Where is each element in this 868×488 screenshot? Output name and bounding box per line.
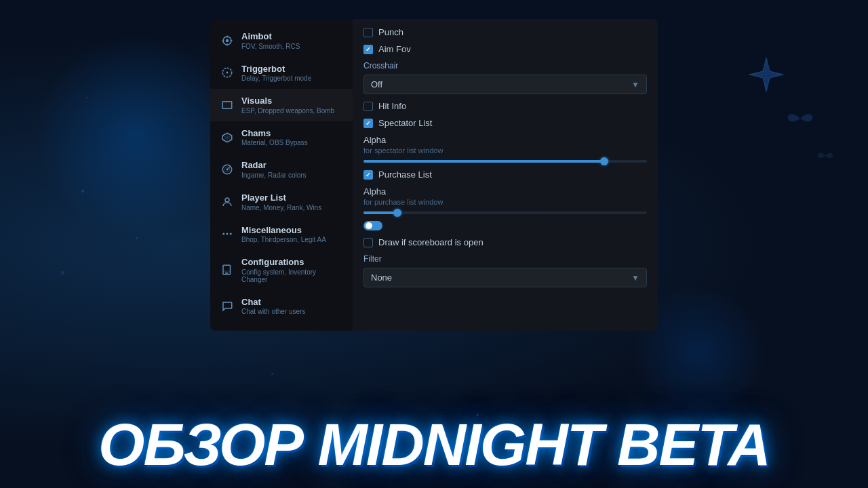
punch-checkbox[interactable] <box>363 28 373 37</box>
main-panel: Aimbot FOV, Smooth, RCS Triggerbot Delay… <box>210 19 658 331</box>
chat-text: Chat Chat with other users <box>241 297 306 316</box>
alpha-spectator-slider[interactable] <box>363 160 647 163</box>
configs-icon <box>220 262 235 277</box>
filter-dropdown-value: None <box>371 272 392 283</box>
svg-point-17 <box>226 233 229 235</box>
hitinfo-row: Hit Info <box>363 101 647 111</box>
sidebar-item-playerlist[interactable]: Player List Name, Money, Rank, Wins <box>210 186 353 218</box>
visuals-icon <box>220 98 235 113</box>
svg-point-18 <box>230 233 232 235</box>
triggerbot-label: Triggerbot <box>241 64 311 75</box>
filter-section-label: Filter <box>363 254 647 264</box>
ninja-star-decoration <box>746 54 787 95</box>
radar-label: Radar <box>241 160 307 171</box>
playerlist-sub: Name, Money, Rank, Wins <box>241 204 321 211</box>
visuals-sub: ESP, Dropped weapons, Bomb <box>241 107 334 115</box>
filter-dropdown-wrapper: None ▼ <box>363 268 647 287</box>
purchase-toggle[interactable] <box>363 221 382 230</box>
aimfov-checkbox[interactable] <box>363 45 373 54</box>
chams-sub: Material, OBS Bypass <box>241 139 308 146</box>
alpha-spectator-title: Alpha <box>363 135 647 145</box>
sidebar-item-triggerbot[interactable]: Triggerbot Delay, Triggerbot mode <box>210 57 353 89</box>
alpha-purchase-section: Alpha for purchase list window <box>363 186 647 214</box>
radar-text: Radar Ingame, Radar colors <box>241 160 307 179</box>
spectatorlist-row: Spectator List <box>363 118 647 128</box>
particle-4 <box>271 373 273 375</box>
filter-dropdown[interactable]: None ▼ <box>363 268 647 287</box>
hitinfo-checkbox[interactable] <box>363 102 373 111</box>
spectatorlist-label: Spectator List <box>378 118 433 128</box>
playerlist-text: Player List Name, Money, Rank, Wins <box>241 192 321 211</box>
alpha-spectator-sub: for spectator list window <box>363 146 647 155</box>
particle-3 <box>61 271 64 274</box>
svg-rect-10 <box>222 102 232 109</box>
visuals-label: Visuals <box>241 96 334 106</box>
sidebar-item-aimbot[interactable]: Aimbot FOV, Smooth, RCS <box>210 24 353 57</box>
chams-icon <box>220 130 235 145</box>
bottom-title-container: ОБЗОР MIDNIGHT BETA <box>0 415 868 474</box>
purchase-toggle-row <box>363 221 647 230</box>
alpha-purchase-fill <box>363 211 397 214</box>
spectatorlist-checkbox[interactable] <box>363 119 373 128</box>
alpha-purchase-slider[interactable] <box>363 211 647 214</box>
particle-2 <box>136 237 138 239</box>
triggerbot-sub: Delay, Triggerbot mode <box>241 75 311 82</box>
sidebar: Aimbot FOV, Smooth, RCS Triggerbot Delay… <box>210 19 353 331</box>
drawscoreboard-row: Draw if scoreboard is open <box>363 237 647 247</box>
crosshair-section-label: Crosshair <box>363 61 647 70</box>
crosshair-dropdown-arrow: ▼ <box>631 80 639 89</box>
chat-label: Chat <box>241 297 306 308</box>
aimbot-text: Aimbot FOV, Smooth, RCS <box>241 31 300 50</box>
misc-text: Miscellaneous Bhop, Thirdperson, Legit A… <box>241 225 326 244</box>
svg-rect-20 <box>225 272 229 274</box>
configs-sub: Config system, Inventory Changer <box>241 268 343 283</box>
sidebar-item-chams[interactable]: Chams Material, OBS Bypass <box>210 121 353 154</box>
sidebar-item-radar[interactable]: Radar Ingame, Radar colors <box>210 153 353 186</box>
alpha-purchase-sub: for purchase list window <box>363 198 647 206</box>
svg-point-3 <box>226 39 229 43</box>
triggerbot-text: Triggerbot Delay, Triggerbot mode <box>241 64 311 83</box>
playerlist-label: Player List <box>241 192 321 203</box>
aimbot-label: Aimbot <box>241 31 300 42</box>
chams-text: Chams Material, OBS Bypass <box>241 128 308 147</box>
drawscoreboard-checkbox[interactable] <box>363 238 373 247</box>
purchaselist-checkbox[interactable] <box>363 170 373 180</box>
radar-icon <box>220 162 235 177</box>
alpha-spectator-section: Alpha for spectator list window <box>363 135 647 163</box>
sidebar-item-visuals[interactable]: Visuals ESP, Dropped weapons, Bomb <box>210 89 353 121</box>
svg-point-16 <box>222 233 224 235</box>
crosshair-dropdown-wrapper: Off ▼ <box>363 75 647 94</box>
aimfov-label: Aim Fov <box>378 44 411 54</box>
alpha-spectator-thumb <box>600 157 608 165</box>
misc-sub: Bhop, Thirdperson, Legit AA <box>241 236 326 243</box>
filter-dropdown-arrow: ▼ <box>631 273 639 283</box>
radar-sub: Ingame, Radar colors <box>241 171 307 179</box>
svg-point-9 <box>226 72 229 74</box>
visuals-text: Visuals ESP, Dropped weapons, Bomb <box>241 96 334 115</box>
svg-point-15 <box>225 198 229 202</box>
sidebar-item-configs[interactable]: Configurations Config system, Inventory … <box>210 250 353 290</box>
bottom-title-text: ОБЗОР MIDNIGHT BETA <box>0 415 868 474</box>
crosshair-dropdown[interactable]: Off ▼ <box>363 75 647 94</box>
chat-icon <box>220 299 235 314</box>
chams-label: Chams <box>241 128 308 139</box>
triggerbot-icon <box>220 65 235 80</box>
punch-label: Punch <box>378 27 403 37</box>
purchaselist-label: Purchase List <box>378 169 432 180</box>
crosshair-dropdown-value: Off <box>371 79 382 89</box>
alpha-purchase-thumb <box>393 209 401 217</box>
sidebar-item-misc[interactable]: Miscellaneous Bhop, Thirdperson, Legit A… <box>210 218 353 251</box>
aimfov-row: Aim Fov <box>363 44 647 54</box>
configs-text: Configurations Config system, Inventory … <box>241 257 343 283</box>
misc-icon <box>220 226 235 241</box>
punch-row: Punch <box>363 27 647 37</box>
misc-label: Miscellaneous <box>241 225 326 236</box>
alpha-purchase-title: Alpha <box>363 186 647 197</box>
content-area: Punch Aim Fov Crosshair Off ▼ Hit Info S… <box>353 19 658 331</box>
playerlist-icon <box>220 195 235 209</box>
drawscoreboard-label: Draw if scoreboard is open <box>378 237 484 247</box>
decoration-shape-1 <box>787 108 814 129</box>
sidebar-item-chat[interactable]: Chat Chat with other users <box>210 290 353 323</box>
chat-sub: Chat with other users <box>241 308 306 315</box>
background-orb-1 <box>34 34 237 237</box>
